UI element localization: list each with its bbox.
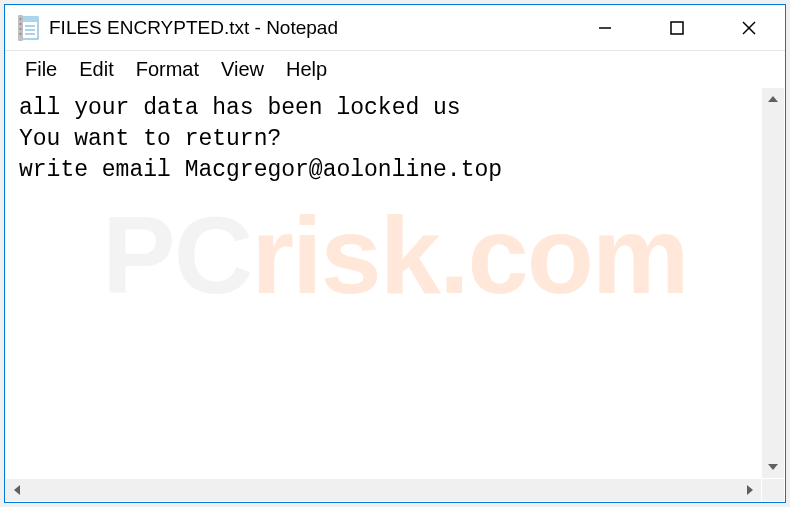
chevron-up-icon xyxy=(768,96,778,102)
window-controls xyxy=(569,5,785,50)
menu-help[interactable]: Help xyxy=(276,54,337,85)
close-icon xyxy=(741,20,757,36)
svg-point-6 xyxy=(20,33,22,35)
content-line-3: write email Macgregor@aolonline.top xyxy=(19,157,502,183)
minimize-button[interactable] xyxy=(569,5,641,50)
maximize-icon xyxy=(670,21,684,35)
svg-point-5 xyxy=(20,28,22,30)
vertical-scrollbar[interactable] xyxy=(762,88,784,478)
menu-file[interactable]: File xyxy=(15,54,67,85)
titlebar: FILES ENCRYPTED.txt - Notepad xyxy=(5,5,785,51)
minimize-icon xyxy=(598,21,612,35)
chevron-down-icon xyxy=(768,464,778,470)
window-title: FILES ENCRYPTED.txt - Notepad xyxy=(49,17,569,39)
chevron-right-icon xyxy=(747,485,753,495)
scroll-left-arrow[interactable] xyxy=(6,479,28,501)
content-line-2: You want to return? xyxy=(19,126,281,152)
svg-point-4 xyxy=(20,23,22,25)
text-editor-area[interactable]: all your data has been locked us You wan… xyxy=(5,87,785,502)
svg-rect-1 xyxy=(22,17,38,22)
menu-format[interactable]: Format xyxy=(126,54,209,85)
chevron-left-icon xyxy=(14,485,20,495)
menu-edit[interactable]: Edit xyxy=(69,54,123,85)
scroll-up-arrow[interactable] xyxy=(762,88,784,110)
menubar: File Edit Format View Help xyxy=(5,51,785,87)
scroll-right-arrow[interactable] xyxy=(739,479,761,501)
notepad-icon xyxy=(17,16,41,40)
scroll-corner xyxy=(762,479,784,501)
svg-point-3 xyxy=(20,18,22,20)
scroll-down-arrow[interactable] xyxy=(762,456,784,478)
close-button[interactable] xyxy=(713,5,785,50)
notepad-window: FILES ENCRYPTED.txt - Notepad File xyxy=(4,4,786,503)
menu-view[interactable]: View xyxy=(211,54,274,85)
content-line-1: all your data has been locked us xyxy=(19,95,461,121)
svg-rect-11 xyxy=(671,22,683,34)
maximize-button[interactable] xyxy=(641,5,713,50)
horizontal-scrollbar[interactable] xyxy=(6,479,761,501)
